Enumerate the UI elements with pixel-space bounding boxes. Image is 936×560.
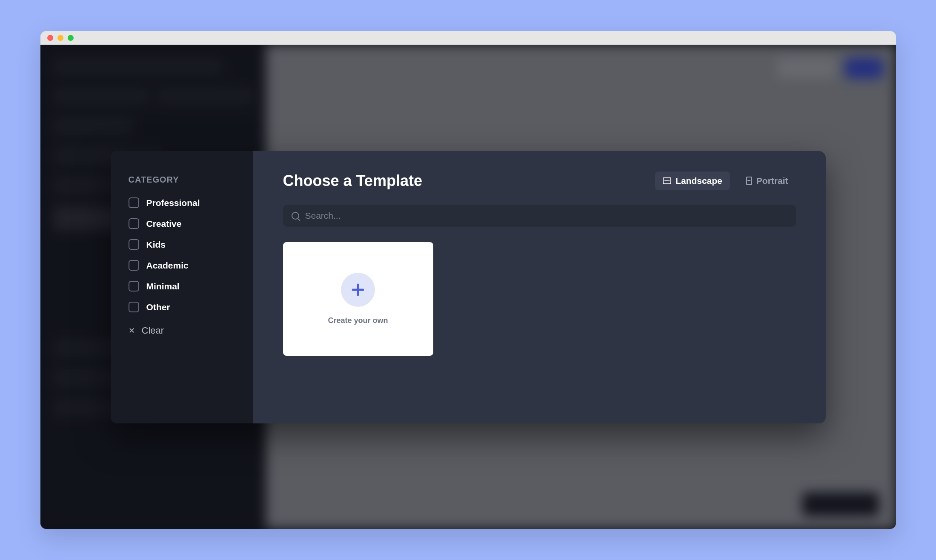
app-window: CATEGORY Professional Creative Kids	[40, 31, 896, 529]
search-input[interactable]	[305, 211, 787, 221]
category-label: Creative	[146, 219, 182, 229]
portrait-icon	[746, 177, 752, 185]
checkbox-icon	[129, 302, 139, 312]
category-item-creative[interactable]: Creative	[129, 218, 235, 229]
category-label: Minimal	[146, 281, 180, 291]
search-icon	[292, 212, 299, 220]
category-label: Kids	[146, 240, 166, 250]
category-item-other[interactable]: Other	[129, 302, 235, 312]
checkbox-icon	[129, 197, 139, 208]
template-modal: CATEGORY Professional Creative Kids	[111, 151, 826, 423]
window-minimize-button[interactable]	[57, 35, 63, 41]
category-heading: CATEGORY	[129, 175, 235, 185]
window-maximize-button[interactable]	[68, 35, 74, 41]
modal-sidebar: CATEGORY Professional Creative Kids	[111, 151, 253, 423]
template-cards-row: Create your own	[283, 242, 796, 356]
modal-header: Choose a Template Landscape Portrait	[283, 171, 796, 190]
app-body: CATEGORY Professional Creative Kids	[40, 45, 896, 529]
checkbox-icon	[129, 218, 139, 229]
clear-label: Clear	[142, 325, 164, 336]
window-titlebar	[40, 31, 896, 45]
category-item-minimal[interactable]: Minimal	[129, 281, 235, 291]
plus-circle	[341, 273, 375, 307]
close-icon: ✕	[129, 326, 135, 335]
orientation-label: Landscape	[676, 176, 722, 186]
checkbox-icon	[129, 260, 139, 271]
create-your-own-card[interactable]: Create your own	[283, 242, 433, 356]
orientation-portrait-button[interactable]: Portrait	[738, 171, 796, 190]
category-list: Professional Creative Kids Academic	[129, 197, 235, 312]
plus-icon	[350, 282, 366, 297]
checkbox-icon	[129, 281, 139, 291]
category-label: Other	[146, 302, 170, 312]
orientation-landscape-button[interactable]: Landscape	[655, 171, 730, 190]
category-item-kids[interactable]: Kids	[129, 239, 235, 250]
clear-filters-button[interactable]: ✕ Clear	[129, 325, 235, 336]
category-item-academic[interactable]: Academic	[129, 260, 235, 271]
window-close-button[interactable]	[47, 35, 53, 41]
modal-title: Choose a Template	[283, 172, 422, 190]
category-label: Professional	[146, 198, 200, 208]
category-item-professional[interactable]: Professional	[129, 197, 235, 208]
landscape-icon	[663, 177, 671, 184]
modal-main: Choose a Template Landscape Portrait	[253, 151, 826, 423]
search-bar[interactable]	[283, 205, 796, 227]
orientation-toggle: Landscape Portrait	[655, 171, 796, 190]
create-card-label: Create your own	[328, 316, 388, 325]
checkbox-icon	[129, 239, 139, 250]
orientation-label: Portrait	[756, 176, 788, 186]
category-label: Academic	[146, 260, 189, 271]
